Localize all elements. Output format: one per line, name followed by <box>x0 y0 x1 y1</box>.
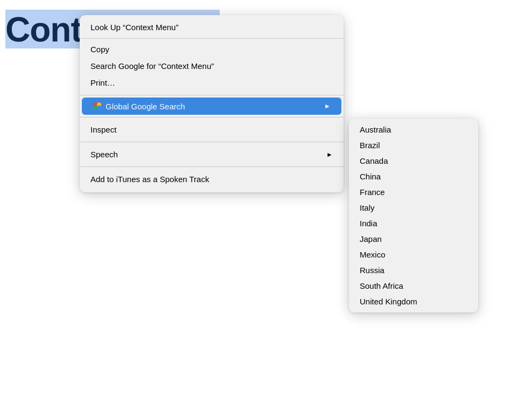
submenu-arrow-icon: ► <box>324 102 331 110</box>
submenu-country-item[interactable]: Mexico <box>349 247 478 262</box>
country-label: Japan <box>360 234 382 244</box>
menu-item-speech-label: Speech <box>90 150 118 159</box>
menu-item-search-google[interactable]: Search Google for “Context Menu” <box>80 58 344 74</box>
submenu-country-item[interactable]: Russia <box>349 262 478 278</box>
country-label: India <box>360 219 377 228</box>
country-label: Mexico <box>360 250 386 259</box>
submenu-country-item[interactable]: India <box>349 216 478 231</box>
menu-item-search-google-label: Search Google for “Context Menu” <box>90 61 214 71</box>
menu-item-copy-label: Copy <box>90 45 109 54</box>
submenu-country-item[interactable]: China <box>349 169 478 184</box>
global-google-icon <box>93 101 102 111</box>
menu-item-global-google-content: Global Google Search <box>93 101 185 111</box>
submenu-country-item[interactable]: United Kingdom <box>349 294 478 309</box>
submenu-country-item[interactable]: France <box>349 184 478 200</box>
menu-item-copy[interactable]: Copy <box>80 41 344 58</box>
menu-item-lookup[interactable]: Look Up “Context Menu” <box>80 18 344 36</box>
countries-submenu: AustraliaBrazilCanadaChinaFranceItalyInd… <box>349 119 478 312</box>
submenu-country-item[interactable]: Australia <box>349 122 478 137</box>
menu-item-itunes-label: Add to iTunes as a Spoken Track <box>90 175 209 184</box>
menu-item-inspect[interactable]: Inspect <box>80 120 344 140</box>
submenu-country-item[interactable]: South Africa <box>349 278 478 294</box>
menu-item-inspect-label: Inspect <box>90 125 116 134</box>
country-label: Italy <box>360 203 375 212</box>
country-label: Canada <box>360 156 388 165</box>
menu-separator-4 <box>80 142 344 142</box>
svg-point-3 <box>97 106 101 110</box>
menu-item-print[interactable]: Print… <box>80 74 344 93</box>
country-label: Australia <box>360 125 391 134</box>
menu-item-itunes[interactable]: Add to iTunes as a Spoken Track <box>80 169 344 189</box>
submenu-country-item[interactable]: Italy <box>349 200 478 216</box>
menu-separator-2 <box>80 95 344 95</box>
country-label: South Africa <box>360 281 403 290</box>
country-label: Russia <box>360 266 384 275</box>
menu-item-lookup-label: Look Up “Context Menu” <box>90 23 178 32</box>
menu-separator-5 <box>80 166 344 167</box>
menu-item-speech[interactable]: Speech ► <box>80 144 344 164</box>
country-label: United Kingdom <box>360 297 417 306</box>
submenu-country-item[interactable]: Japan <box>349 231 478 247</box>
menu-separator-1 <box>80 38 344 39</box>
context-menu: Look Up “Context Menu” Copy Search Googl… <box>80 15 344 192</box>
submenu-country-item[interactable]: Canada <box>349 153 478 169</box>
menu-item-global-google-label: Global Google Search <box>106 102 185 111</box>
menu-item-global-google[interactable]: Global Google Search ► <box>82 98 341 115</box>
speech-arrow-icon: ► <box>326 151 333 158</box>
menu-separator-3 <box>80 117 344 117</box>
menu-item-print-label: Print… <box>90 78 115 87</box>
country-label: China <box>360 172 381 181</box>
country-label: Brazil <box>360 141 380 150</box>
submenu-country-item[interactable]: Brazil <box>349 137 478 153</box>
country-label: France <box>360 187 385 197</box>
